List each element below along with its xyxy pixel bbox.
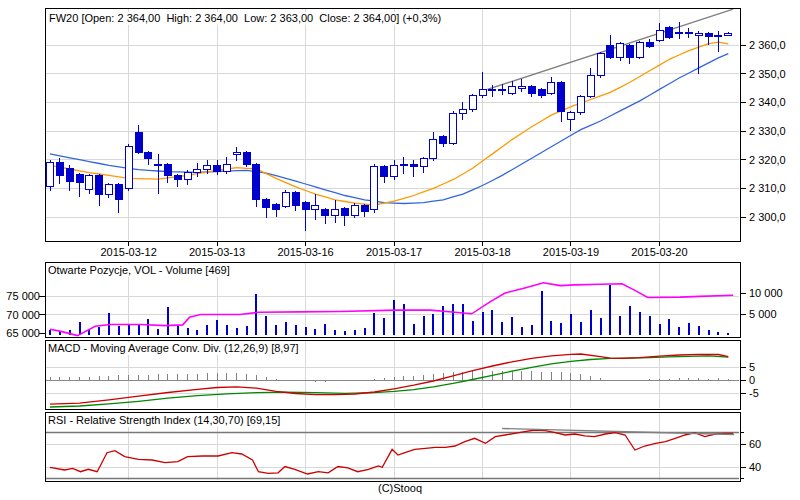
rsi-axis-label: 60 bbox=[749, 438, 761, 450]
price-axis-label: 2 310,0 bbox=[749, 182, 786, 194]
date-axis-label: 2015-03-17 bbox=[354, 246, 434, 258]
volume-panel-header: Otwarte Pozycje, VOL - Volume [469] bbox=[48, 264, 233, 277]
date-axis-label: 2015-03-18 bbox=[443, 246, 523, 258]
macd-panel-header: MACD - Moving Average Conv. Div. (12,26,… bbox=[48, 342, 302, 355]
macd-axis-label: 5 bbox=[749, 361, 755, 373]
date-axis-label: 2015-03-19 bbox=[531, 246, 611, 258]
macd-axis-label: -5 bbox=[749, 387, 759, 399]
open-interest-axis-label: 65 000 bbox=[0, 327, 40, 339]
price-axis-label: 2 340,0 bbox=[749, 96, 786, 108]
date-axis-label: 2015-03-13 bbox=[177, 246, 257, 258]
price-axis-label: 2 300,0 bbox=[749, 211, 786, 223]
stock-chart: FW20 [Open: 2 364,00 High: 2 364,00 Low:… bbox=[0, 0, 800, 500]
price-axis-label: 2 320,0 bbox=[749, 154, 786, 166]
volume-axis-label: 10 000 bbox=[749, 287, 783, 299]
chart-title: FW20 [Open: 2 364,00 High: 2 364,00 Low:… bbox=[49, 12, 444, 25]
date-axis-label: 2015-03-12 bbox=[89, 246, 169, 258]
copyright-label: (C)Stooq bbox=[0, 482, 800, 494]
open-interest-axis-label: 75 000 bbox=[0, 290, 40, 302]
date-axis-label: 2015-03-16 bbox=[266, 246, 346, 258]
open-interest-axis-label: 70 000 bbox=[0, 309, 40, 321]
price-axis-label: 2 350,0 bbox=[749, 68, 786, 80]
rsi-panel-header: RSI - Relative Strength Index (14,30,70)… bbox=[48, 414, 283, 427]
volume-axis-label: 5 000 bbox=[749, 308, 777, 320]
rsi-axis-label: 40 bbox=[749, 461, 761, 473]
macd-axis-label: 0 bbox=[749, 374, 755, 386]
date-axis-label: 2015-03-20 bbox=[619, 246, 699, 258]
price-axis-label: 2 360,0 bbox=[749, 39, 786, 51]
price-axis-label: 2 330,0 bbox=[749, 125, 786, 137]
